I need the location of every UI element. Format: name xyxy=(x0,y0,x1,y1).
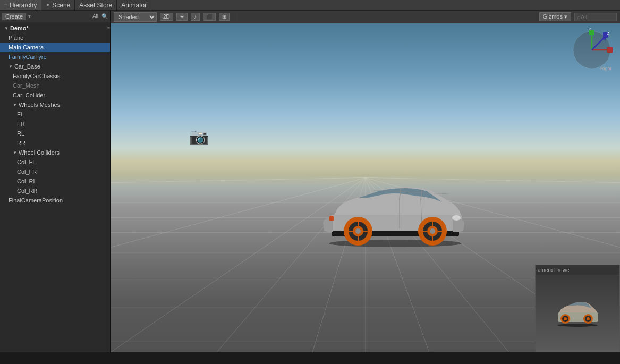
svg-point-64 xyxy=(564,317,567,320)
car-object xyxy=(321,175,470,249)
item-label-final-camera: FinalCameraPosition xyxy=(9,197,63,204)
hierarchy-item-car-base[interactable]: ▼ Car_Base xyxy=(0,62,110,71)
svg-rect-42 xyxy=(329,216,334,221)
all-button[interactable]: All xyxy=(92,13,98,19)
create-button[interactable]: Create xyxy=(2,13,26,20)
camera-preview-title: amera Previe xyxy=(538,267,569,273)
item-label-fl: FL xyxy=(17,111,24,117)
shading-dropdown[interactable]: Shaded Wireframe xyxy=(114,12,157,22)
hierarchy-item-rl[interactable]: RL xyxy=(0,129,110,138)
hierarchy-item-family-tyre[interactable]: FamilyCarTyre xyxy=(0,52,110,62)
hierarchy-item-car-collider[interactable]: Car_Collider xyxy=(0,90,110,100)
hierarchy-item-demo[interactable]: ▼ Demo* ≡ xyxy=(0,23,110,33)
hierarchy-item-wheels-meshes[interactable]: ▼ Wheels Meshes xyxy=(0,100,110,109)
item-label-rr: RR xyxy=(17,140,26,146)
car-svg xyxy=(321,175,470,247)
hierarchy-item-final-camera[interactable]: FinalCameraPosition xyxy=(0,196,110,205)
hierarchy-toolbar: Create ▾ All 🔍 xyxy=(0,11,110,22)
scene-search-input[interactable] xyxy=(574,13,617,21)
hierarchy-item-col-fl[interactable]: Col_FL xyxy=(0,157,110,167)
svg-point-28 xyxy=(430,228,435,234)
hierarchy-panel: Create ▾ All 🔍 ▼ Demo* ≡ Plane Main Came… xyxy=(0,11,111,352)
scene-tab[interactable]: ✦ Scene xyxy=(41,0,75,10)
item-label-fr: FR xyxy=(17,121,25,127)
hierarchy-tab-label: Hierarchy xyxy=(10,2,37,9)
hierarchy-item-main-camera[interactable]: Main Camera xyxy=(0,43,110,52)
item-label-family-tyre: FamilyCarTyre xyxy=(9,54,47,60)
svg-point-57 xyxy=(557,324,598,327)
scene-toolbar: Shaded Wireframe 2D ☀ ♪ ⬛ ⊞ Gizmos ▾ xyxy=(111,11,620,23)
svg-text:z: z xyxy=(607,31,609,35)
svg-point-61 xyxy=(587,317,590,320)
svg-text:Y: Y xyxy=(589,28,591,31)
hierarchy-item-wheel-colliders[interactable]: ▼ Wheel Colliders xyxy=(0,148,110,157)
item-label-demo: Demo* xyxy=(10,25,29,31)
toolbar-separator xyxy=(234,13,234,21)
expand-icon-wheels: ▼ xyxy=(13,103,17,107)
item-label-wheels-meshes: Wheels Meshes xyxy=(19,101,60,108)
hierarchy-item-col-fr[interactable]: Col_FR xyxy=(0,167,110,176)
item-label-col-fr: Col_FR xyxy=(17,168,37,175)
expand-icon-demo: ▼ xyxy=(4,26,9,31)
gizmo-widget: Y z Right xyxy=(570,28,615,73)
asset-store-label: Asset Store xyxy=(79,2,112,9)
2d-button[interactable]: 2D xyxy=(160,13,173,21)
hierarchy-content: ▼ Demo* ≡ Plane Main Camera FamilyCarTyr… xyxy=(0,22,110,352)
hierarchy-item-family-chassis[interactable]: FamilyCarChassis xyxy=(0,71,110,81)
hierarchy-item-rr[interactable]: RR xyxy=(0,138,110,148)
item-label-col-rl: Col_RL xyxy=(17,178,37,184)
item-label-family-chassis: FamilyCarChassis xyxy=(13,73,60,79)
camera-preview-content xyxy=(536,275,619,352)
scene-content: 📷 xyxy=(111,23,620,352)
hierarchy-item-car-mesh[interactable]: Car_Mesh xyxy=(0,81,110,90)
item-label-main-camera: Main Camera xyxy=(9,44,44,50)
item-label-wheel-colliders: Wheel Colliders xyxy=(19,149,60,156)
lighting-button[interactable]: ☀ xyxy=(176,13,188,21)
audio-button[interactable]: ♪ xyxy=(191,13,200,21)
scene-icon: ✦ xyxy=(46,2,50,8)
hierarchy-item-col-rl[interactable]: Col_RL xyxy=(0,176,110,186)
effects-button[interactable]: ⬛ xyxy=(203,13,216,21)
svg-point-32 xyxy=(355,228,361,234)
hierarchy-tab[interactable]: ≡ Hierarchy xyxy=(0,0,41,10)
expand-icon-car-base: ▼ xyxy=(9,64,13,69)
hierarchy-item-fr[interactable]: FR xyxy=(0,119,110,129)
options-icon-demo: ≡ xyxy=(107,26,110,31)
animator-tab[interactable]: Animator xyxy=(117,0,151,10)
item-label-car-base: Car_Base xyxy=(14,63,40,70)
item-label-car-collider: Car_Collider xyxy=(13,92,45,98)
svg-point-41 xyxy=(452,215,461,221)
search-small-icon: 🔍 xyxy=(101,13,108,19)
hierarchy-icon: ≡ xyxy=(4,2,7,8)
item-label-col-rr: Col_RR xyxy=(17,188,38,194)
camera-preview-header: amera Previe xyxy=(536,265,619,275)
main-layout: Create ▾ All 🔍 ▼ Demo* ≡ Plane Main Came… xyxy=(0,11,620,352)
gizmos-button[interactable]: Gizmos ▾ xyxy=(539,12,571,21)
grid-button[interactable]: ⊞ xyxy=(219,13,230,21)
item-label-car-mesh: Car_Mesh xyxy=(13,82,40,89)
hierarchy-item-plane[interactable]: Plane xyxy=(0,33,110,43)
hierarchy-item-fl[interactable]: FL xyxy=(0,109,110,119)
hierarchy-item-col-rr[interactable]: Col_RR xyxy=(0,186,110,196)
scene-tab-label: Scene xyxy=(52,2,70,9)
top-bar: ≡ Hierarchy ✦ Scene Asset Store Animator xyxy=(0,0,620,11)
camera-preview-car-svg xyxy=(554,299,601,328)
camera-object-icon: 📷 xyxy=(189,127,209,146)
animator-label: Animator xyxy=(121,2,147,9)
svg-text:Right: Right xyxy=(600,66,612,71)
item-label-plane: Plane xyxy=(9,35,23,41)
item-label-col-fl: Col_FL xyxy=(17,159,36,165)
camera-preview-panel: amera Previe xyxy=(535,265,620,352)
asset-store-tab[interactable]: Asset Store xyxy=(75,0,117,10)
svg-rect-50 xyxy=(607,47,613,53)
item-label-rl: RL xyxy=(17,130,24,137)
expand-icon-wheel-colliders: ▼ xyxy=(13,150,17,155)
search-icon: ▾ xyxy=(28,13,31,19)
scene-view[interactable]: Shaded Wireframe 2D ☀ ♪ ⬛ ⊞ Gizmos ▾ xyxy=(111,11,620,352)
